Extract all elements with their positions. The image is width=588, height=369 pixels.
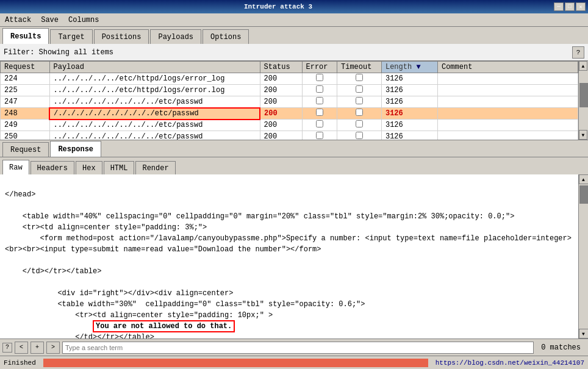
cell-payload: ../../../../../etc/httpd/logs/error.log — [49, 85, 260, 96]
cell-length: 3126 — [381, 108, 437, 120]
match-count: 0 matches — [536, 343, 586, 352]
table-header: Request Payload Status Error Timeout Len… — [1, 62, 578, 73]
cell-error — [302, 108, 337, 120]
minimize-button[interactable]: ─ — [554, 2, 564, 11]
scroll-up-arrow[interactable]: ▲ — [579, 61, 587, 71]
cell-payload: ../../../../../etc/httpd/logs/error_log — [49, 73, 260, 85]
menu-attack[interactable]: Attack — [2, 15, 34, 26]
cell-request: 224 — [1, 73, 50, 85]
bottom-bar: ? < + > 0 matches — [0, 339, 588, 356]
status-url: https://blog.csdn.net/weixin_44214107 — [436, 359, 584, 367]
req-resp-bar: Request Response — [0, 140, 588, 157]
table-row[interactable]: 247 ../../../../../../../../etc/passwd 2… — [1, 96, 578, 108]
cell-timeout — [337, 85, 382, 96]
content-scrollbar[interactable]: ▲ ▼ — [578, 174, 588, 339]
table-body: 224 ../../../../../etc/httpd/logs/error_… — [1, 73, 578, 140]
menu-columns[interactable]: Columns — [66, 15, 101, 26]
cell-timeout — [337, 108, 382, 120]
cell-error — [302, 96, 337, 108]
scroll-down-arrow[interactable]: ▼ — [579, 130, 587, 140]
add-button[interactable]: + — [30, 342, 44, 354]
col-request: Request — [1, 62, 50, 73]
cell-error — [302, 120, 337, 131]
cell-timeout — [337, 120, 382, 131]
menu-bar: Attack Save Columns — [0, 13, 588, 27]
cell-error — [302, 73, 337, 85]
results-table-area: Request Payload Status Error Timeout Len… — [0, 61, 588, 140]
content-scroll-thumb[interactable] — [579, 185, 588, 204]
cell-payload: ../../../../../../../../etc/passwd — [49, 96, 260, 108]
results-table-scroll[interactable]: Request Payload Status Error Timeout Len… — [0, 61, 578, 140]
cell-status: 200 — [260, 85, 302, 96]
scroll-thumb[interactable] — [579, 83, 588, 107]
view-tab-hex[interactable]: Hex — [76, 161, 102, 174]
cell-status: 200 — [260, 73, 302, 85]
view-tab-headers[interactable]: Headers — [30, 161, 74, 174]
window-controls: ─ □ ✕ — [554, 2, 586, 11]
tab-payloads[interactable]: Payloads — [150, 29, 201, 44]
cell-request: 250 — [1, 131, 50, 140]
next-button[interactable]: > — [46, 342, 60, 354]
cell-error — [302, 85, 337, 96]
maximize-button[interactable]: □ — [565, 2, 575, 11]
table-row[interactable]: 248 /./././././././././././etc/passwd 20… — [1, 108, 578, 120]
tab-target[interactable]: Target — [50, 29, 92, 44]
help-icon[interactable]: ? — [2, 343, 12, 353]
content-scroll-down[interactable]: ▼ — [579, 329, 589, 339]
title-bar: Intruder attack 3 ─ □ ✕ — [0, 0, 588, 13]
table-row[interactable]: 249 ../../../../../../../../etc/passwd 2… — [1, 120, 578, 131]
view-tab-html[interactable]: HTML — [104, 161, 135, 174]
cell-length: 3126 — [381, 131, 437, 140]
cell-timeout — [337, 96, 382, 108]
cell-status: 200 — [260, 108, 302, 120]
cell-comment — [437, 96, 578, 108]
cell-length: 3126 — [381, 85, 437, 96]
col-comment: Comment — [437, 62, 578, 73]
cell-comment — [437, 73, 578, 85]
cell-length: 3126 — [381, 73, 437, 85]
cell-request: 225 — [1, 85, 50, 96]
table-row[interactable]: 224 ../../../../../etc/httpd/logs/error_… — [1, 73, 578, 85]
view-tab-bar: Raw Headers Hex HTML Render — [0, 157, 588, 174]
cell-timeout — [337, 73, 382, 85]
tab-results[interactable]: Results — [2, 28, 49, 44]
table-row[interactable]: 225 ../../../../../etc/httpd/logs/error.… — [1, 85, 578, 96]
status-text: Finished — [4, 359, 36, 367]
col-timeout: Timeout — [337, 62, 382, 73]
menu-save[interactable]: Save — [38, 15, 61, 26]
prev-button[interactable]: < — [15, 342, 28, 354]
cell-error — [302, 131, 337, 140]
cell-payload: ../../../../../../../../etc/passwd — [49, 131, 260, 140]
view-tab-render[interactable]: Render — [135, 161, 175, 174]
content-area: </head> <table width="40%" cellspacing="… — [0, 174, 588, 339]
col-error: Error — [302, 62, 337, 73]
cell-length: 3126 — [381, 120, 437, 131]
status-progress — [43, 359, 428, 367]
highlighted-text: You are not allowed to do that. — [93, 320, 235, 332]
close-button[interactable]: ✕ — [576, 2, 586, 11]
results-table: Request Payload Status Error Timeout Len… — [0, 61, 578, 140]
table-scrollbar[interactable]: ▲ ▼ — [578, 61, 588, 140]
col-payload: Payload — [49, 62, 260, 73]
tab-request[interactable]: Request — [2, 142, 49, 157]
cell-comment — [437, 108, 578, 120]
tab-options[interactable]: Options — [203, 29, 249, 44]
cell-request: 247 — [1, 96, 50, 108]
search-input[interactable] — [62, 342, 534, 354]
status-bar: Finished https://blog.csdn.net/weixin_44… — [0, 356, 588, 369]
tab-response[interactable]: Response — [50, 141, 101, 157]
cell-comment — [437, 85, 578, 96]
cell-status: 200 — [260, 120, 302, 131]
content-scroll-up[interactable]: ▲ — [579, 174, 589, 184]
cell-payload: /./././././././././././etc/passwd — [49, 108, 260, 120]
col-status: Status — [260, 62, 302, 73]
cell-length: 3126 — [381, 96, 437, 108]
view-tab-raw[interactable]: Raw — [2, 160, 29, 174]
cell-request: 248 — [1, 108, 50, 120]
col-length: Length ▼ — [381, 62, 437, 73]
filter-help-button[interactable]: ? — [572, 46, 584, 59]
table-row[interactable]: 250 ../../../../../../../../etc/passwd 2… — [1, 131, 578, 140]
cell-status: 200 — [260, 131, 302, 140]
cell-request: 249 — [1, 120, 50, 131]
tab-positions[interactable]: Positions — [94, 29, 149, 44]
